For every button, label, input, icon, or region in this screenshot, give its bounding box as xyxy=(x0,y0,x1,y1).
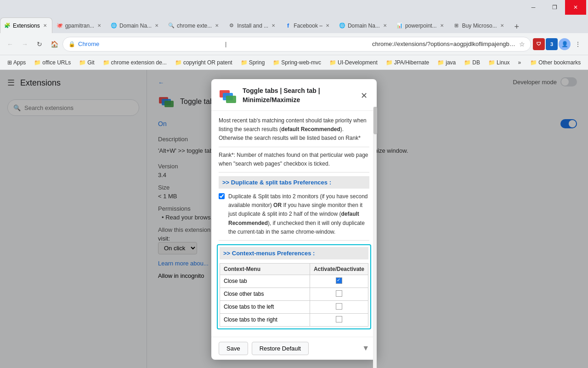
tab-close-facebook[interactable]: ✕ xyxy=(324,23,331,29)
bookmark-linux[interactable]: 📁 Linux xyxy=(485,58,514,67)
tab-close-extensions[interactable]: ✕ xyxy=(42,23,48,29)
extension-badge[interactable]: 🛡 xyxy=(533,38,545,50)
divider-3 xyxy=(219,240,369,241)
context-heading: >> Context-menus Preferences : xyxy=(220,247,368,259)
context-menu-item-4: Close tabs to the right xyxy=(220,313,310,326)
bookmark-other-label: Other bookmarks xyxy=(538,59,581,66)
folder-icon-6: 📁 xyxy=(273,59,280,66)
bookmark-copyright[interactable]: 📁 copyright OR patent xyxy=(171,58,236,67)
tab-label-install: Install and ... xyxy=(237,23,268,29)
folder-icon-2: 📁 xyxy=(79,59,86,66)
tab-close-domain1[interactable]: ✕ xyxy=(153,23,160,29)
tab-favicon-domain2: 🌐 xyxy=(339,23,345,29)
tab-favicon-pp: 📊 xyxy=(396,23,403,29)
restore-button[interactable]: ❐ xyxy=(544,0,565,15)
tab-close-ms[interactable]: ✕ xyxy=(499,23,505,29)
tab-favicon-ms: ⊞ xyxy=(453,23,460,29)
address-bar: ← → ↻ 🏠 🔒 Chrome | chrome://extensions/?… xyxy=(0,33,588,55)
titlebar: ─ ❐ ✕ xyxy=(0,0,588,15)
tab-close-domain2[interactable]: ✕ xyxy=(382,23,388,29)
modal-dialog: Toggle tabs | Search tab | Minimize/Maxi… xyxy=(211,79,377,360)
tab-extensions[interactable]: 🧩 Extensions ✕ xyxy=(0,17,52,33)
checkbox-close-left[interactable] xyxy=(336,303,342,310)
modal-overlay: Toggle tabs | Search tab | Minimize/Maxi… xyxy=(0,70,588,368)
minimize-button[interactable]: ─ xyxy=(523,0,544,15)
tab-ms[interactable]: ⊞ Buy Microso... ✕ xyxy=(449,17,509,33)
tab-domain2[interactable]: 🌐 Domain Na... ✕ xyxy=(335,17,392,33)
folder-icon-7: 📁 xyxy=(329,59,336,66)
context-menu-item-2: Close other tabs xyxy=(220,288,310,300)
tab-close-chromeext[interactable]: ✕ xyxy=(214,23,220,29)
toolbar-right: 🛡 3 👤 ⋮ xyxy=(533,38,584,51)
bookmark-apps-label: Apps xyxy=(13,59,26,66)
folder-icon-4: 📁 xyxy=(175,59,182,66)
bookmark-java[interactable]: 📁 java xyxy=(434,58,459,67)
chrome-label: Chrome xyxy=(78,40,222,47)
tab-close-github[interactable]: ✕ xyxy=(96,23,102,29)
bookmark-java-label: java xyxy=(446,59,456,66)
tab-close-install[interactable]: ✕ xyxy=(270,23,277,29)
tab-github[interactable]: 🐙 gpamitran... ✕ xyxy=(52,17,107,33)
profile-avatar[interactable]: 👤 xyxy=(559,38,571,50)
duplicate-text: Duplicate & Split tabs into 2 monitors (… xyxy=(228,192,369,236)
save-button[interactable]: Save xyxy=(219,342,248,355)
more-bookmarks-label: » xyxy=(518,59,521,66)
tab-bar: 🧩 Extensions ✕ 🐙 gpamitran... ✕ 🌐 Domain… xyxy=(0,15,588,33)
bookmark-db[interactable]: 📁 DB xyxy=(460,58,484,67)
address-input-wrap[interactable]: 🔒 Chrome | chrome://extensions/?options=… xyxy=(62,37,531,52)
checkbox-close-tab[interactable] xyxy=(336,277,342,284)
tab-pp[interactable]: 📊 powerpoint... ✕ xyxy=(392,17,449,33)
bookmark-chromeext[interactable]: 📁 chrome extension de... xyxy=(99,58,170,67)
extension-badge-2[interactable]: 3 xyxy=(546,38,558,50)
modal-body: Most recent tab's matching content shoul… xyxy=(211,111,377,337)
table-header-context-menu: Context-Menu xyxy=(220,263,310,275)
folder-icon-9: 📁 xyxy=(437,59,444,66)
back-button[interactable]: ← xyxy=(4,38,17,51)
bookmark-db-label: DB xyxy=(472,59,480,66)
close-button[interactable]: ✕ xyxy=(565,0,586,15)
scrollbar-track xyxy=(373,111,377,337)
search-content-text: Most recent tab's matching content shoul… xyxy=(219,116,369,143)
bookmark-jpa[interactable]: 📁 JPA/Hibernate xyxy=(382,58,433,67)
bookmark-office[interactable]: 📁 office URLs xyxy=(30,58,74,67)
context-menus-section: >> Context-menus Preferences : Context-M… xyxy=(217,244,371,329)
tab-facebook[interactable]: f Facebook – ✕ xyxy=(281,17,335,33)
duplicate-checkbox[interactable] xyxy=(219,193,225,199)
url-display: chrome://extensions/?options=aogpjdlkofl… xyxy=(372,40,516,47)
bookmark-uidev[interactable]: 📁 UI-Development xyxy=(326,58,381,67)
modal-close-button[interactable]: ✕ xyxy=(359,89,369,102)
reload-button[interactable]: ↻ xyxy=(33,38,46,51)
home-button[interactable]: 🏠 xyxy=(48,38,61,51)
menu-icon[interactable]: ⋮ xyxy=(571,38,584,51)
tab-label-domain2: Domain Na... xyxy=(348,23,380,29)
context-activate-1 xyxy=(310,275,368,288)
svg-rect-5 xyxy=(226,96,236,103)
tab-chromeext[interactable]: 🔍 chrome exte... ✕ xyxy=(164,17,224,33)
checkbox-close-right[interactable] xyxy=(336,316,342,322)
checkbox-close-other[interactable] xyxy=(336,290,342,297)
bookmark-apps[interactable]: ⊞ Apps xyxy=(4,58,29,67)
bookmark-office-label: office URLs xyxy=(42,59,71,66)
folder-icon-11: 📁 xyxy=(488,59,495,66)
bookmark-star-icon[interactable]: ☆ xyxy=(519,40,525,48)
rank-text: Rank*: Number of matches found on that p… xyxy=(219,151,369,168)
restore-default-button[interactable]: Restore Default xyxy=(252,342,309,355)
forward-button[interactable]: → xyxy=(18,38,31,51)
scrollbar-thumb[interactable] xyxy=(373,111,377,134)
table-row: Close tabs to the right xyxy=(220,313,368,326)
bookmark-spring[interactable]: 📁 Spring xyxy=(237,58,269,67)
bookmark-springmvc[interactable]: 📁 Spring-web-mvc xyxy=(269,58,325,67)
tab-label-facebook: Facebook – xyxy=(294,23,322,29)
bookmark-more[interactable]: » xyxy=(514,58,525,67)
modal-header: Toggle tabs | Search tab | Minimize/Maxi… xyxy=(211,79,377,111)
context-activate-4 xyxy=(310,313,368,326)
new-tab-button[interactable]: + xyxy=(510,20,523,33)
tab-label-pp: powerpoint... xyxy=(405,23,437,29)
context-menu-item-1: Close tab xyxy=(220,275,310,288)
tab-close-pp[interactable]: ✕ xyxy=(439,23,445,29)
bookmark-other[interactable]: 📁 Other bookmarks xyxy=(526,58,584,67)
tab-favicon-domain1: 🌐 xyxy=(111,23,117,29)
tab-install[interactable]: ⚙ Install and ... ✕ xyxy=(224,17,281,33)
tab-domain1[interactable]: 🌐 Domain Na... ✕ xyxy=(107,17,164,33)
bookmark-git[interactable]: 📁 Git xyxy=(75,58,98,67)
